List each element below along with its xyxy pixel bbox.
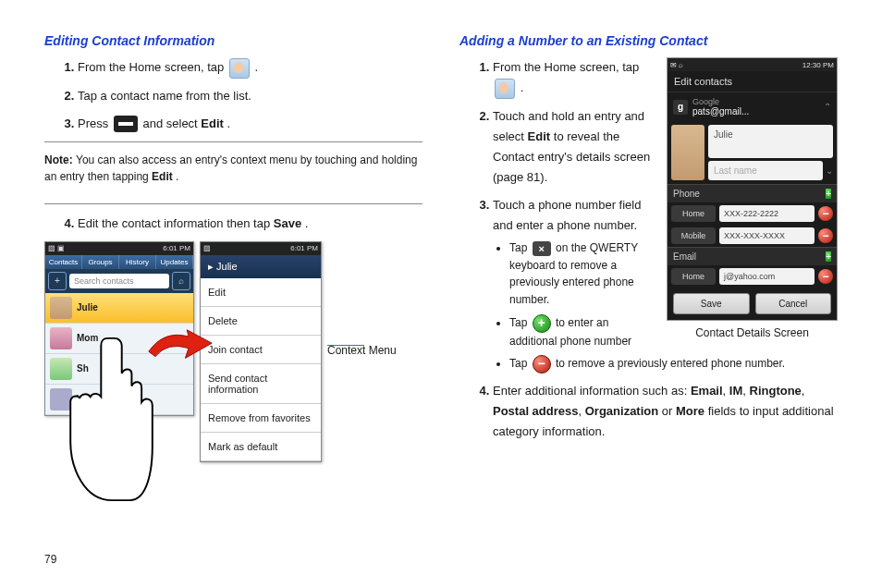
email-value[interactable]: j@yahoo.com — [719, 268, 815, 285]
step-4-save: Save — [274, 216, 301, 230]
ctx-item-send[interactable]: Send contact information — [201, 364, 321, 404]
field-im: IM — [729, 384, 742, 398]
field-ringtone: Ringtone — [750, 384, 802, 398]
status-time: 6:01 PM — [290, 244, 318, 252]
search-icon[interactable]: ⌕ — [172, 272, 190, 290]
tab-strip: Contacts Groups History Updates — [45, 255, 193, 269]
remove-email-icon[interactable]: − — [818, 269, 833, 284]
step-r4: Enter additional information such as: Em… — [493, 381, 838, 442]
backspace-x-icon: × — [533, 241, 551, 256]
contact-photo[interactable] — [671, 125, 704, 180]
bullet-minus: Tap − to remove a previously entered pho… — [509, 355, 838, 374]
tab-contacts[interactable]: Contacts — [45, 255, 82, 269]
search-input[interactable]: Search contacts — [69, 274, 169, 288]
step-r1-b: . — [521, 80, 524, 94]
note-label: Note: — [44, 153, 76, 166]
tab-history[interactable]: History — [119, 255, 156, 269]
ctx-item-join[interactable]: Join contact — [201, 336, 321, 364]
email-section-header: Email + — [668, 247, 837, 265]
chevron-down-icon[interactable]: ⌄ — [826, 165, 833, 176]
add-contact-icon[interactable]: + — [48, 272, 67, 290]
context-menu-header: ▸ Julie — [201, 255, 321, 278]
note-body-c: . — [176, 170, 178, 183]
phone-section-header: Phone + — [668, 184, 837, 202]
step-1-text-b: . — [254, 60, 258, 74]
contacts-app-icon — [229, 58, 250, 79]
tab-updates[interactable]: Updates — [156, 255, 193, 269]
email-type[interactable]: Home — [671, 268, 716, 285]
step-r4-a: Enter additional information such as: — [493, 384, 691, 398]
page-number: 79 — [44, 553, 56, 566]
tab-groups[interactable]: Groups — [82, 255, 119, 269]
note-body-b: Edit — [152, 170, 173, 183]
step-r1-a: From the Home screen, tap — [493, 60, 639, 74]
phone-type-home[interactable]: Home — [671, 205, 716, 222]
ctx-item-remove-fav[interactable]: Remove from favorites — [201, 404, 321, 433]
step-4-text-a: Edit the contact information then tap — [78, 216, 274, 230]
phone-section-label: Phone — [673, 189, 700, 199]
step-1-text-a: From the Home screen, tap — [78, 60, 227, 74]
search-row: + Search contacts ⌕ — [45, 269, 193, 293]
statusbar: ✉ ⌕ 12:30 PM — [668, 58, 837, 71]
statusbar: ▨ 6:01 PM — [201, 242, 321, 255]
remove-phone-icon[interactable]: − — [818, 228, 833, 243]
email-section-label: Email — [673, 251, 696, 262]
contacts-app-icon — [495, 79, 515, 99]
statusbar: ▨ ▣ 6:01 PM — [45, 242, 193, 255]
edit-title: Edit contacts — [668, 71, 837, 92]
status-icons: ▨ ▣ — [48, 244, 65, 252]
plus-icon: + — [533, 314, 551, 333]
step-3-text-a: Press — [78, 116, 112, 130]
note: Note: You can also access an entry's con… — [44, 152, 423, 192]
red-arrow-icon — [144, 328, 216, 361]
phone-row-home: Home XXX-222-2222 − — [668, 202, 837, 225]
bullet-minus-a: Tap — [509, 357, 531, 370]
status-icons: ✉ ⌕ — [670, 61, 683, 69]
cancel-button[interactable]: Cancel — [755, 293, 832, 314]
contacts-list-screenshot: ▨ ▣ 6:01 PM Contacts Groups History Upda… — [44, 241, 194, 416]
step-3-edit: Edit — [201, 116, 224, 130]
menu-icon — [114, 116, 138, 132]
email-row: Home j@yahoo.com − — [668, 265, 837, 288]
step-r2-edit: Edit — [528, 129, 551, 143]
field-org: Organization — [585, 404, 658, 418]
status-time: 6:01 PM — [163, 244, 190, 252]
field-more: More — [676, 404, 704, 418]
edit-screen-figure: ✉ ⌕ 12:30 PM Edit contacts g Google pats… — [667, 57, 838, 339]
divider-top — [44, 141, 423, 142]
divider-bottom — [44, 203, 423, 204]
bullet-plus-a: Tap — [509, 316, 531, 329]
phone-type-mobile[interactable]: Mobile — [671, 227, 716, 244]
name-row: Julie Last name ⌄ — [668, 121, 837, 184]
bullet-minus-b: to remove a previously entered phone num… — [556, 357, 785, 370]
field-email: Email — [691, 384, 723, 398]
save-button[interactable]: Save — [673, 293, 750, 314]
field-postal: Postal address — [493, 404, 579, 418]
ctx-item-edit[interactable]: Edit — [201, 278, 321, 307]
last-name-input[interactable]: Last name — [708, 161, 823, 180]
first-name-input[interactable]: Julie — [708, 125, 833, 158]
contact-row-julie[interactable]: Julie — [45, 293, 193, 324]
google-icon: g — [673, 100, 688, 115]
step-4-text-c: . — [305, 216, 309, 230]
context-menu-caption: Context Menu — [327, 344, 397, 359]
step-1: From the Home screen, tap . — [78, 57, 423, 79]
add-phone-icon[interactable]: + — [826, 189, 831, 199]
status-time: 12:30 PM — [802, 61, 834, 69]
phone-value-mobile[interactable]: XXX-XXX-XXXX — [719, 227, 815, 244]
steps-left: From the Home screen, tap . Tap a contac… — [44, 57, 423, 134]
ctx-item-default[interactable]: Mark as default — [201, 433, 321, 461]
phone-value-home[interactable]: XXX-222-2222 — [719, 205, 815, 222]
google-account-row[interactable]: g Google pats@gmail... ⌃ — [668, 92, 837, 121]
context-menu-screenshot: ▨ 6:01 PM ▸ Julie Edit Delete Join conta… — [200, 241, 322, 462]
ctx-item-delete[interactable]: Delete — [201, 307, 321, 336]
google-value: pats@gmail... — [692, 106, 819, 116]
save-cancel-row: Save Cancel — [668, 288, 837, 320]
step-r3-text: Touch a phone number field and enter a p… — [493, 198, 641, 232]
section-title-adding: Adding a Number to an Existing Contact — [459, 33, 838, 48]
add-email-icon[interactable]: + — [826, 251, 831, 262]
step-4: Edit the contact information then tap Sa… — [78, 214, 423, 234]
remove-phone-icon[interactable]: − — [818, 206, 833, 221]
step-2: Tap a contact name from the list. — [78, 86, 423, 106]
steps-left-cont: Edit the contact information then tap Sa… — [44, 214, 423, 234]
